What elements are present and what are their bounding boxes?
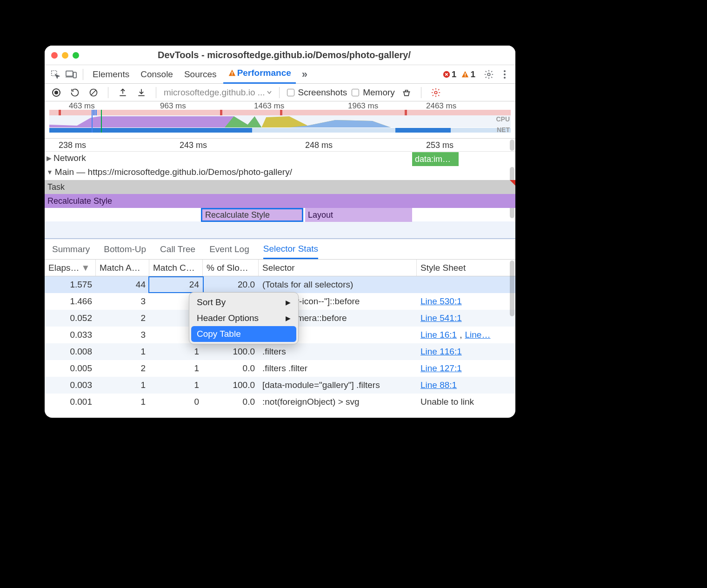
stylesheet-link[interactable]: Line 16:1 (420, 330, 457, 340)
device-toggle-icon[interactable] (64, 67, 78, 81)
svg-rect-3 (73, 72, 76, 78)
recording-selector[interactable]: microsoftedge.github.io ... (164, 87, 272, 98)
reload-record-button[interactable] (68, 86, 82, 100)
table-header: Elaps…▼ Match A… Match C… % of Slo… Sele… (45, 260, 515, 276)
more-tabs-icon[interactable]: » (298, 67, 312, 81)
record-button[interactable] (49, 86, 63, 100)
tab-bottomup[interactable]: Bottom-Up (104, 241, 146, 258)
tab-console[interactable]: Console (136, 67, 178, 82)
col-stylesheet[interactable]: Style Sheet (417, 260, 500, 276)
svg-line-16 (91, 90, 96, 95)
network-segment[interactable]: data:im… (412, 152, 459, 166)
stylesheet-link[interactable]: Line 88:1 (420, 380, 457, 390)
overview-tick: 1963 ms (348, 101, 378, 111)
minimize-button[interactable] (62, 52, 68, 59)
table-row[interactable]: 1.575442420.0(Totals for all selectors) (45, 276, 515, 293)
col-selector[interactable]: Selector (259, 260, 417, 276)
flamechart-ruler[interactable]: 238 ms 243 ms 248 ms 253 ms (45, 139, 515, 152)
col-elapsed[interactable]: Elaps…▼ (45, 260, 96, 276)
svg-rect-7 (465, 73, 466, 75)
svg-point-10 (504, 70, 506, 72)
recalc-style-segment[interactable]: Recalculate Style (45, 194, 515, 208)
svg-rect-4 (232, 72, 233, 74)
close-button[interactable] (51, 52, 58, 59)
recalc-style-selected[interactable]: Recalculate Style (201, 208, 303, 222)
svg-point-9 (487, 73, 490, 76)
stylesheet-link[interactable]: Line 127:1 (420, 363, 462, 374)
overview-tick: 963 ms (160, 101, 186, 111)
net-label: NET (497, 126, 510, 134)
table-row[interactable]: 0.00311100.0[data-module="gallery"] .fil… (45, 377, 515, 394)
stylesheet-link[interactable]: Line 116:1 (420, 347, 462, 357)
chevron-down-icon (267, 91, 272, 94)
settings-gear-icon[interactable] (429, 86, 443, 100)
titlebar: DevTools - microsoftedge.github.io/Demos… (45, 46, 515, 65)
svg-point-17 (434, 91, 437, 94)
table-row[interactable]: 0.001100.0:not(foreignObject) > svgUnabl… (45, 394, 515, 410)
ctx-header-options[interactable]: Header Options▶ (191, 310, 296, 326)
tab-eventlog[interactable]: Event Log (209, 241, 249, 258)
tab-performance[interactable]: Performance (223, 65, 296, 84)
col-pct-slow[interactable]: % of Slo… (203, 260, 259, 276)
task-segment[interactable]: Task (45, 180, 515, 194)
overview-tick: 463 ms (69, 101, 95, 111)
error-icon (442, 70, 451, 79)
layout-segment[interactable]: Layout (305, 208, 412, 222)
svg-rect-1 (66, 71, 73, 76)
tab-selectorstats[interactable]: Selector Stats (263, 240, 318, 259)
kebab-menu-icon[interactable] (498, 67, 512, 81)
main-track-header[interactable]: ▼Main — https://microsoftedge.github.io/… (45, 166, 515, 180)
warning-badge[interactable]: 1 (461, 69, 475, 80)
scrollbar[interactable] (510, 140, 514, 151)
overview-tick: 1463 ms (254, 101, 284, 111)
context-menu: Sort By▶ Header Options▶ Copy Table (189, 292, 299, 344)
window-title: DevTools - microsoftedge.github.io/Demos… (87, 50, 481, 60)
details-tabstrip: Summary Bottom-Up Call Tree Event Log Se… (45, 239, 515, 260)
tab-calltree[interactable]: Call Tree (160, 241, 195, 258)
stylesheet-link[interactable]: Line 541:1 (420, 313, 462, 323)
traffic-lights (51, 52, 79, 59)
svg-point-14 (54, 91, 58, 94)
tab-summary[interactable]: Summary (52, 241, 90, 258)
clear-button[interactable] (87, 86, 100, 100)
devtools-window: DevTools - microsoftedge.github.io/Demos… (45, 46, 515, 418)
table-row[interactable]: 0.005210.0.filters .filterLine 127:1 (45, 360, 515, 377)
warning-icon (461, 70, 469, 79)
warning-icon (228, 69, 236, 77)
stylesheet-link[interactable]: Line 530:1 (420, 296, 462, 307)
svg-rect-5 (232, 74, 233, 75)
tab-elements[interactable]: Elements (88, 67, 134, 82)
col-match-count[interactable]: Match C… (149, 260, 203, 276)
svg-rect-8 (465, 75, 466, 76)
ctx-copy-table[interactable]: Copy Table (191, 326, 296, 342)
svg-point-12 (504, 77, 506, 79)
cpu-label: CPU (496, 115, 510, 123)
scrollbar[interactable] (510, 261, 514, 316)
selector-stats-table: Elaps…▼ Match A… Match C… % of Slo… Sele… (45, 260, 515, 418)
zoom-button[interactable] (73, 52, 79, 59)
flamechart[interactable]: ▶Network data:im… ▼Main — https://micros… (45, 152, 515, 239)
settings-icon[interactable] (482, 67, 496, 81)
memory-checkbox[interactable]: Memory (352, 87, 395, 98)
performance-toolbar: microsoftedge.github.io ... Screenshots … (45, 84, 515, 101)
gc-icon[interactable] (400, 86, 414, 100)
col-match-attempts[interactable]: Match A… (96, 260, 149, 276)
ctx-sort-by[interactable]: Sort By▶ (191, 294, 296, 310)
svg-point-11 (504, 74, 506, 75)
screenshots-checkbox[interactable]: Screenshots (287, 87, 347, 98)
inspect-icon[interactable] (48, 67, 62, 81)
table-row[interactable]: 0.00811100.0.filtersLine 116:1 (45, 343, 515, 360)
tab-sources[interactable]: Sources (180, 67, 221, 82)
overview-tick: 2463 ms (426, 101, 456, 111)
error-badge[interactable]: 1 (442, 69, 457, 80)
upload-icon[interactable] (116, 86, 130, 100)
download-icon[interactable] (134, 86, 148, 100)
stylesheet-link[interactable]: Line… (465, 330, 490, 340)
network-track[interactable]: ▶Network data:im… (45, 152, 515, 166)
timeline-overview[interactable]: 463 ms 963 ms 1463 ms 1963 ms 2463 ms C (45, 101, 515, 139)
main-tabstrip: Elements Console Sources Performance » 1… (45, 65, 515, 84)
